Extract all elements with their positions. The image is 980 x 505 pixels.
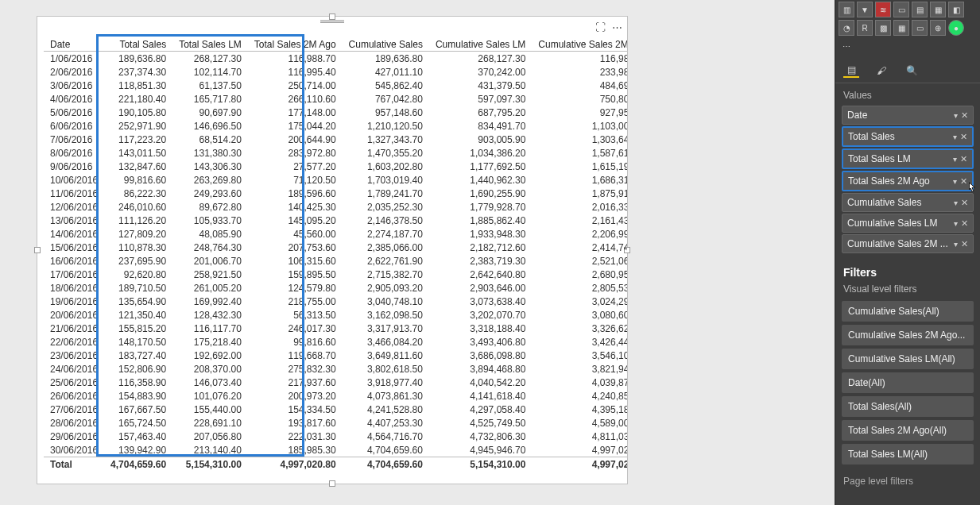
table-visual[interactable]: ⛶ ⋯ DateTotal SalesTotal Sales LMTotal S… [37, 16, 628, 484]
field-well[interactable]: Cumulative Sales▾✕ [842, 193, 974, 212]
filter-card[interactable]: Total Sales(All) [842, 396, 974, 417]
chevron-down-icon[interactable]: ▾ [954, 111, 958, 120]
remove-field-icon[interactable]: ✕ [960, 132, 967, 141]
table-cell: 200,644.90 [248, 133, 343, 146]
table-row[interactable]: 13/06/2016111,126.20105,933.70145,095.20… [44, 214, 627, 227]
col-header[interactable]: Total Sales LM [172, 37, 248, 52]
table-row[interactable]: 27/06/2016167,667.50155,440.00154,334.50… [44, 403, 627, 416]
table-row[interactable]: 9/06/2016132,847.60143,306.3027,577.201,… [44, 160, 627, 173]
table-row[interactable]: 1/06/2016189,636.80268,127.30116,988.701… [44, 52, 627, 66]
col-header[interactable]: Date [44, 37, 104, 52]
remove-field-icon[interactable]: ✕ [960, 154, 967, 164]
visualizations-pane[interactable]: ▥ ▼ ≋ ▭ ▤ ▦ ◧ ◔ R ▩ ▦ ▭ ⊕ ● ⋯ ▤ 🖌 🔍 Valu… [835, 0, 980, 505]
table-row[interactable]: 16/06/2016237,695.90201,006.70106,315.60… [44, 254, 627, 268]
table-row[interactable]: 10/06/201699,816.60263,269.8071,120.501,… [44, 173, 627, 187]
table-row[interactable]: 12/06/2016246,010.6089,672.80140,425.302… [44, 200, 627, 214]
viz-kpi-icon[interactable]: ◧ [948, 2, 964, 17]
filter-card[interactable]: Cumulative Sales(All) [842, 301, 974, 322]
table-row[interactable]: 25/06/2016116,358.90146,073.40217,937.60… [44, 376, 627, 389]
drag-handle[interactable] [320, 20, 344, 23]
table-row[interactable]: 21/06/2016155,815.20116,117.70246,017.30… [44, 322, 627, 335]
col-header[interactable]: Cumulative Sales 2M Ago [532, 37, 627, 52]
chevron-down-icon[interactable]: ▾ [954, 240, 958, 249]
viz-arcgis-icon[interactable]: ⊕ [930, 20, 946, 36]
table-cell: 45,560.00 [248, 227, 343, 241]
report-canvas[interactable]: ⛶ ⋯ DateTotal SalesTotal Sales LMTotal S… [0, 0, 835, 505]
more-options-icon[interactable]: ⋯ [612, 21, 622, 33]
viz-multirow-icon[interactable]: ▤ [912, 2, 928, 17]
table-row[interactable]: 30/06/2016139,942.90213,140.40185,985.30… [44, 443, 627, 457]
viz-table-icon[interactable]: ▦ [930, 2, 946, 17]
focus-mode-icon[interactable]: ⛶ [595, 21, 606, 33]
remove-field-icon[interactable]: ✕ [961, 198, 968, 207]
col-header[interactable]: Total Sales [104, 37, 172, 52]
viz-gauge-icon[interactable]: ◔ [839, 20, 854, 36]
table-row[interactable]: Total4,704,659.605,154,310.004,997,020.8… [44, 457, 627, 472]
viz-slicer-icon[interactable]: ▭ [912, 20, 928, 36]
viz-stacked-bar-icon[interactable]: ▥ [839, 2, 854, 17]
viz-matrix-icon[interactable]: ▩ [875, 20, 891, 36]
field-well[interactable]: Total Sales 2M Ago▾✕ [842, 171, 974, 191]
viz-import-icon[interactable]: ⋯ [839, 38, 854, 54]
table-row[interactable]: 5/06/2016190,105.8090,697.90177,148.0095… [44, 106, 627, 119]
chevron-down-icon[interactable]: ▾ [953, 155, 957, 164]
field-well[interactable]: Cumulative Sales 2M ...▾✕ [842, 234, 974, 253]
col-header[interactable]: Cumulative Sales [343, 37, 429, 52]
chevron-down-icon[interactable]: ▾ [953, 177, 957, 186]
table-row[interactable]: 8/06/2016143,011.50131,380.30283,972.801… [44, 146, 627, 160]
viz-ribbon-icon[interactable]: ≋ [875, 2, 891, 17]
resize-handle-bottom[interactable] [329, 480, 335, 487]
table-row[interactable]: 6/06/2016252,971.90146,696.50175,044.201… [44, 119, 627, 133]
table-row[interactable]: 26/06/2016154,883.90101,076.20200,973.20… [44, 389, 627, 403]
table-row[interactable]: 3/06/2016118,851.3061,137.50250,714.0054… [44, 79, 627, 92]
table-row[interactable]: 18/06/2016189,710.50261,005.20124,579.80… [44, 281, 627, 295]
analytics-tab-icon[interactable]: 🔍 [904, 64, 920, 78]
col-header[interactable]: Cumulative Sales LM [429, 37, 532, 52]
table-row[interactable]: 7/06/2016117,223.2068,514.20200,644.901,… [44, 133, 627, 146]
table-row[interactable]: 20/06/2016121,350.40128,432.3056,313.503… [44, 308, 627, 322]
viz-funnel-icon[interactable]: ▼ [857, 2, 873, 17]
table-row[interactable]: 11/06/201686,222.30249,293.60189,596.601… [44, 187, 627, 200]
remove-field-icon[interactable]: ✕ [960, 176, 967, 186]
filter-card[interactable]: Date(All) [842, 372, 974, 393]
remove-field-icon[interactable]: ✕ [961, 218, 968, 228]
table-row[interactable]: 4/06/2016221,180.40165,717.80266,110.607… [44, 92, 627, 106]
table-row[interactable]: 19/06/2016135,654.90169,992.40218,755.00… [44, 295, 627, 308]
filter-card[interactable]: Total Sales LM(All) [842, 444, 974, 465]
filter-card[interactable]: Cumulative Sales LM(All) [842, 349, 974, 369]
chevron-down-icon[interactable]: ▾ [954, 199, 958, 207]
table-row[interactable]: 23/06/2016183,727.40192,692.00119,668.70… [44, 349, 627, 362]
table-row[interactable]: 15/06/2016110,878.30248,764.30207,753.60… [44, 241, 627, 254]
chevron-down-icon[interactable]: ▾ [954, 219, 958, 228]
table-row[interactable]: 29/06/2016157,463.40207,056.80222,031.30… [44, 430, 627, 443]
field-well[interactable]: Total Sales▾✕ [842, 126, 974, 147]
viz-r-icon[interactable]: R [857, 20, 873, 36]
table-row[interactable]: 2/06/2016237,374.30102,114.70116,995.404… [44, 65, 627, 79]
viz-table2-icon[interactable]: ▦ [893, 20, 909, 36]
filter-card[interactable]: Total Sales 2M Ago(All) [842, 420, 974, 441]
fields-tab-icon[interactable]: ▤ [843, 64, 859, 78]
table-row[interactable]: 22/06/2016148,170.50175,218.4099,816.603… [44, 335, 627, 349]
table-cell: 3,546,109.00 [532, 349, 627, 362]
filter-card[interactable]: Cumulative Sales 2M Ago... [842, 325, 974, 345]
viz-gallery[interactable]: ▥ ▼ ≋ ▭ ▤ ▦ ◧ ◔ R ▩ ▦ ▭ ⊕ ● ⋯ [835, 0, 980, 54]
remove-field-icon[interactable]: ✕ [961, 239, 968, 249]
table-scroll[interactable]: DateTotal SalesTotal Sales LMTotal Sales… [44, 37, 627, 477]
field-well[interactable]: Total Sales LM▾✕ [842, 148, 974, 169]
table-row[interactable]: 28/06/2016165,724.50228,691.10193,817.60… [44, 416, 627, 430]
resize-handle-top[interactable] [329, 13, 335, 20]
viz-card-icon[interactable]: ▭ [893, 2, 909, 17]
col-header[interactable]: Total Sales 2M Ago [248, 37, 343, 52]
table-row[interactable]: 14/06/2016127,809.2048,085.9045,560.002,… [44, 227, 627, 241]
chevron-down-icon[interactable]: ▾ [953, 133, 957, 141]
table-row[interactable]: 24/06/2016152,806.90208,370.00275,832.30… [44, 362, 627, 376]
table-row[interactable]: 17/06/201692,620.80258,921.50159,895.502… [44, 268, 627, 281]
table-cell: 116,358.90 [104, 376, 172, 389]
format-tab-icon[interactable]: 🖌 [873, 64, 889, 78]
field-well[interactable]: Date▾✕ [842, 106, 974, 125]
table-cell: 2,182,712.60 [429, 241, 532, 254]
resize-handle-left[interactable] [34, 247, 41, 253]
field-well[interactable]: Cumulative Sales LM▾✕ [842, 214, 974, 233]
remove-field-icon[interactable]: ✕ [961, 110, 968, 120]
viz-globe-icon[interactable]: ● [948, 20, 964, 36]
